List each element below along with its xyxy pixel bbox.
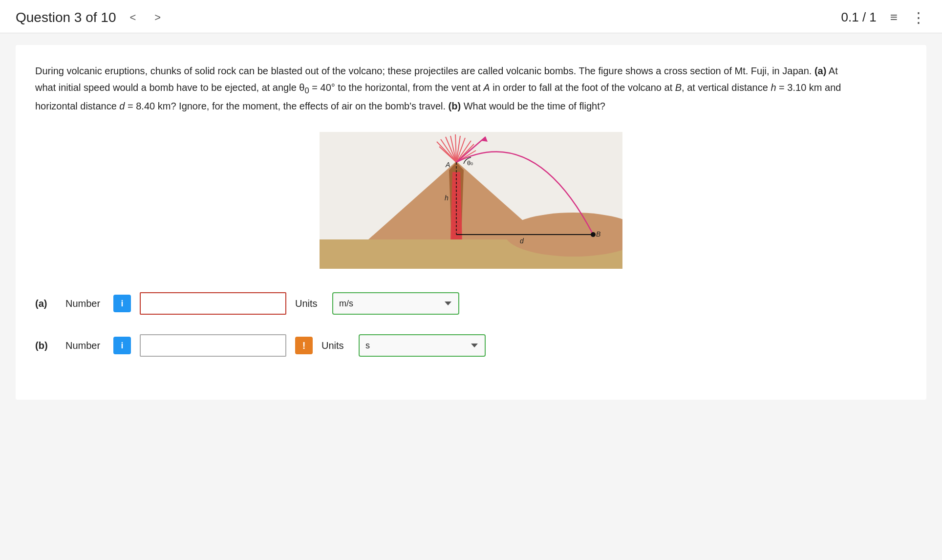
svg-text:A: A — [445, 161, 450, 169]
more-options-icon[interactable]: ⋮ — [911, 9, 926, 26]
volcano-diagram: A θ₀ h d B — [320, 132, 622, 269]
number-label-b: Number — [65, 340, 105, 351]
info-button-a[interactable]: i — [113, 295, 131, 312]
score-label: 0.1 / 1 — [841, 10, 877, 25]
answer-row-b: (b) Number i ! Units s ms min — [35, 334, 907, 357]
warning-button-b[interactable]: ! — [295, 337, 313, 354]
part-b-label: (b) — [35, 340, 57, 351]
next-button[interactable]: > — [150, 9, 166, 26]
units-label-b: Units — [321, 340, 350, 351]
question-text: During volcanic eruptions, chunks of sol… — [35, 63, 841, 114]
header-left: Question 3 of 10 < > — [16, 9, 166, 26]
question-label: Question 3 of 10 — [16, 10, 116, 25]
figure-container: A θ₀ h d B — [35, 132, 907, 269]
units-select-b[interactable]: s ms min — [359, 334, 486, 357]
svg-text:θ₀: θ₀ — [467, 159, 473, 167]
header: Question 3 of 10 < > 0.1 / 1 ≡ ⋮ — [0, 0, 942, 33]
answer-row-a: (a) Number i Units m/s km/s ft/s — [35, 292, 907, 315]
list-icon[interactable]: ≡ — [890, 10, 898, 25]
main-content: During volcanic eruptions, chunks of sol… — [16, 45, 926, 400]
number-input-a[interactable] — [140, 292, 286, 315]
part-a-label: (a) — [35, 298, 57, 309]
svg-text:B: B — [596, 230, 600, 238]
header-right: 0.1 / 1 ≡ ⋮ — [841, 9, 926, 26]
number-input-b[interactable] — [140, 334, 286, 357]
svg-text:h: h — [445, 194, 449, 202]
units-label-a: Units — [295, 298, 323, 309]
info-button-b[interactable]: i — [113, 337, 131, 354]
prev-button[interactable]: < — [125, 9, 141, 26]
number-label-a: Number — [65, 298, 105, 309]
svg-text:d: d — [520, 237, 524, 245]
svg-point-26 — [591, 232, 596, 237]
units-select-a[interactable]: m/s km/s ft/s — [332, 292, 459, 315]
answers-section: (a) Number i Units m/s km/s ft/s (b) Num… — [35, 292, 907, 357]
